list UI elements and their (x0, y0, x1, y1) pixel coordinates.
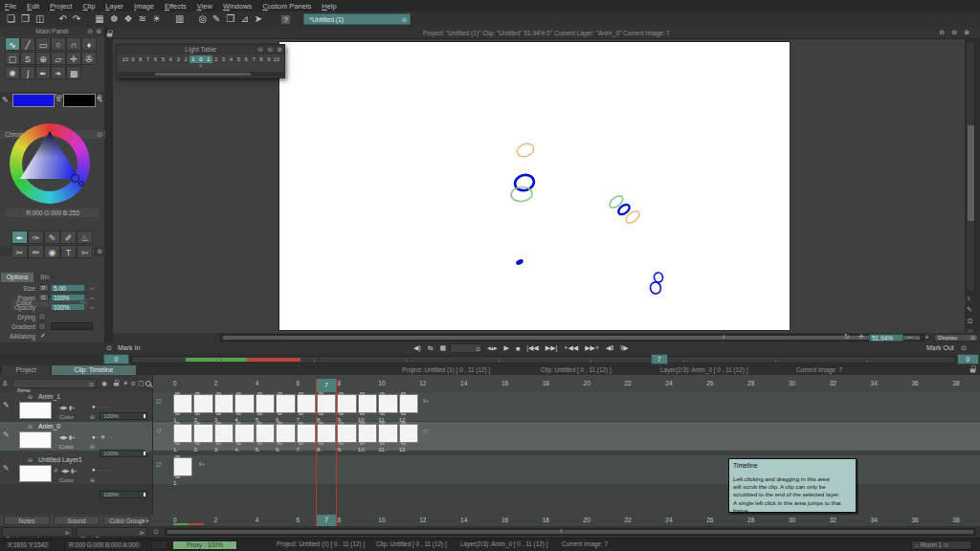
ruler-number[interactable]: 30 (789, 517, 830, 523)
frame-cell[interactable] (378, 424, 397, 443)
layer-name[interactable]: Untitled Layer1 (38, 456, 82, 463)
lamp-icon[interactable]: ☀ (152, 11, 161, 27)
rotate-view-icon[interactable]: ↻ (844, 333, 850, 341)
light-table-frame-offset[interactable]: 5 (159, 55, 167, 63)
new-project-icon[interactable]: ❏ (7, 11, 15, 27)
light-table-frame-offset[interactable]: 3 (220, 55, 228, 63)
drying-checkbox[interactable] (38, 313, 46, 320)
stop-button[interactable]: ■ (516, 345, 520, 352)
light-table-dot[interactable]: · (152, 63, 160, 70)
light-table-dot[interactable]: X (197, 63, 205, 70)
ruler-number[interactable]: 18 (543, 380, 584, 386)
next-key-button[interactable]: ▶▶+ (585, 344, 599, 352)
line-tool[interactable]: ╱ (20, 37, 35, 51)
layer-stack-icons[interactable]: ◀▶ ▮+ (59, 405, 75, 410)
light-table-dot[interactable]: · (189, 63, 197, 70)
ruler-number[interactable]: 28 (747, 380, 789, 386)
current-frame-marker[interactable]: 7 (316, 379, 337, 392)
mark-out-label[interactable]: Mark Out (926, 344, 954, 351)
arrow-tool[interactable]: ➳ (77, 245, 93, 258)
size-profile-button[interactable]: P (38, 284, 49, 292)
splitter-icon[interactable]: ◄► (141, 518, 150, 523)
ruler-number[interactable]: 0 (173, 517, 214, 523)
pan-tool[interactable]: ✛ (66, 52, 81, 65)
prev-key-button[interactable]: +◀◀ (564, 344, 578, 352)
menu-item[interactable]: View (197, 2, 212, 11)
zoom-timeline-icon[interactable] (145, 381, 151, 386)
layer-option-dots[interactable]: ● · · · · (92, 467, 109, 473)
layer-color-label[interactable]: Color (59, 413, 74, 420)
frame-cell[interactable] (399, 394, 418, 413)
layer-thumbnail[interactable] (19, 431, 52, 449)
zoom-tool[interactable]: ⊕ (35, 52, 51, 65)
horizontal-scrollbar[interactable]: ‖ (220, 334, 924, 342)
layer-option-dots[interactable]: ● · ✳ · · (92, 433, 112, 440)
ruler-number[interactable]: 28 (747, 517, 789, 523)
light-table-dot[interactable]: · (212, 63, 220, 70)
tab-clip-timeline[interactable]: Clip: Timeline (52, 365, 136, 375)
cutter-tool[interactable]: ✂ (11, 245, 28, 258)
menu-item[interactable]: Help (322, 2, 336, 11)
light-table-frame-offset[interactable]: 6 (152, 55, 160, 63)
undo-icon[interactable]: ↶ (58, 11, 66, 27)
document-tab[interactable]: *Untitled (1) ⊗ (303, 13, 411, 25)
help-icon[interactable]: ? (280, 14, 291, 25)
viewport[interactable] (113, 39, 965, 333)
light-table-frame-offset[interactable]: 7 (250, 55, 257, 63)
menu-item[interactable]: Layer (105, 2, 123, 11)
layer-opacity-slider[interactable]: 100% (100, 491, 147, 498)
zoom-field[interactable]: 51.94% (869, 334, 903, 342)
light-table-dot[interactable]: · (137, 63, 145, 70)
visibility-icon[interactable]: ◉ (101, 380, 107, 387)
collapse-icon[interactable]: ⊖ (257, 45, 263, 55)
ruler-number[interactable]: 12 (419, 380, 460, 386)
power-field[interactable]: 100% (51, 294, 85, 301)
layer-option-dots[interactable]: ● · · · · (92, 404, 109, 409)
ellipse-tool[interactable]: ○ (51, 37, 66, 51)
next-frame-button[interactable]: ‖▶ (620, 344, 628, 352)
light-table-frame-offset[interactable]: 2 (212, 55, 220, 63)
save-icon[interactable]: ◫ (35, 11, 44, 27)
tab-project[interactable]: Project (2, 365, 50, 375)
light-table-frame-offset[interactable]: 7 (145, 55, 152, 63)
ruler-number[interactable]: 34 (871, 517, 912, 523)
ruler-number[interactable]: 18 (543, 517, 584, 523)
eraser-tool[interactable]: ♦ (81, 37, 97, 51)
ruler-number[interactable]: 38 (952, 380, 980, 386)
ruler-number[interactable]: 8 (337, 380, 378, 386)
redo-icon[interactable]: ↷ (73, 11, 80, 27)
ruler-number[interactable]: 32 (830, 380, 871, 386)
ruler-number[interactable]: 22 (624, 380, 665, 386)
light-table-dot[interactable]: · (182, 63, 189, 70)
play-button[interactable]: ▶ (504, 344, 509, 352)
mark-out-field[interactable]: 0 (957, 354, 979, 364)
main-panel-icon[interactable]: ▦ (95, 11, 103, 27)
lock-icon[interactable] (114, 383, 119, 386)
draw-mode-icon[interactable]: ✎ (3, 401, 10, 409)
open-project-icon[interactable]: ❐ (21, 11, 30, 27)
mark-in-icon[interactable]: ⊙ (106, 344, 112, 352)
frame-select-tool[interactable]: ▩ (66, 66, 81, 79)
warp-tool[interactable]: ✺ (5, 66, 20, 79)
airbrush[interactable]: ✐ (60, 231, 77, 244)
close-icon[interactable]: ⊗ (277, 45, 282, 55)
vertical-scrollbar-thumb[interactable] (968, 125, 974, 221)
magnet-icon[interactable]: Ω (968, 318, 972, 324)
light-table-dot[interactable]: · (234, 63, 242, 70)
light-table-dot[interactable]: · (122, 63, 129, 70)
ruler-number[interactable]: 24 (665, 517, 706, 523)
scrub-track[interactable] (131, 356, 956, 364)
lock-icon[interactable] (107, 33, 113, 37)
draw-mode-icon[interactable]: ✎ (3, 464, 10, 473)
layer-name[interactable]: Anim_1 (38, 393, 60, 400)
frame-cell[interactable] (317, 394, 336, 413)
layer-post-behavior-icon[interactable]: ∅ (423, 428, 428, 434)
light-table-scrollbar[interactable] (119, 72, 284, 77)
light-table-dot[interactable]: · (174, 63, 182, 70)
freehand-tool[interactable]: ∿ (5, 37, 20, 51)
menu-item[interactable]: Edit (27, 2, 39, 11)
anchor-icon[interactable]: ⚓ (2, 380, 8, 387)
mark-out-icon[interactable]: ⊙ (961, 344, 967, 352)
range-icon[interactable]: ▦ (440, 344, 447, 352)
lock-icon[interactable] (970, 369, 976, 373)
